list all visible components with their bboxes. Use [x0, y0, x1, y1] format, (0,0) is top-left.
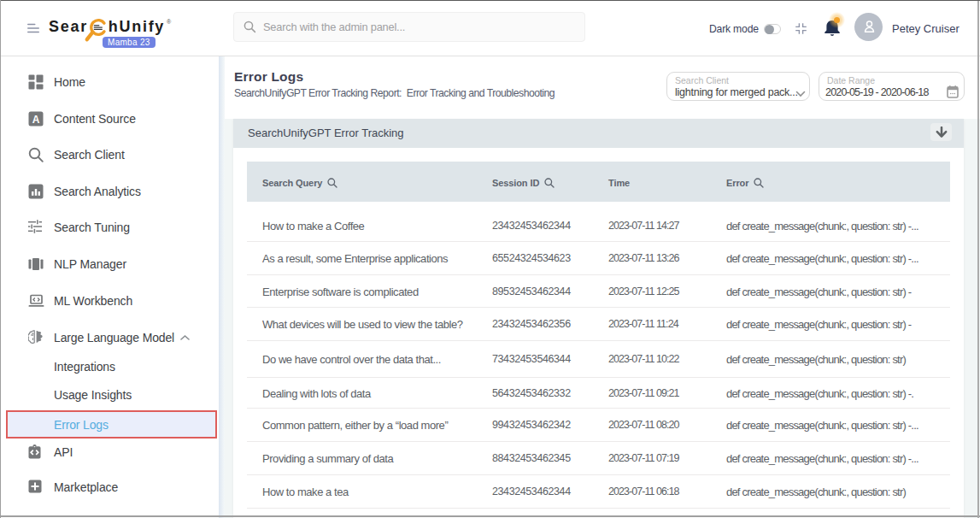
- svg-text:A: A: [32, 114, 40, 126]
